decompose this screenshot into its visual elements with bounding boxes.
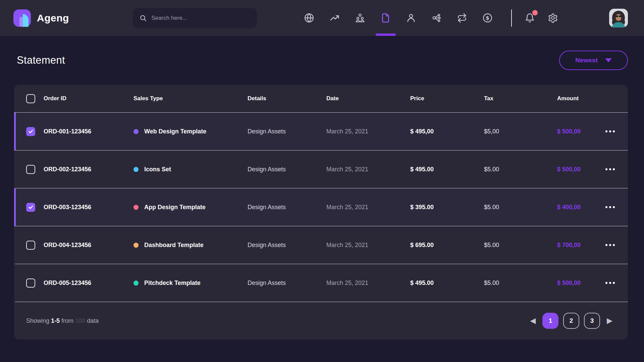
col-header-details: Details [248, 95, 326, 102]
cell-price: $ 495,00 [410, 128, 484, 135]
col-header-amount: Amount [541, 95, 605, 102]
gear-icon [548, 13, 558, 23]
cell-details: Design Assets [248, 166, 326, 173]
cell-sales-type: Dashboard Template [133, 242, 248, 249]
top-navbar: Ageng [0, 0, 644, 36]
globe-icon [304, 13, 314, 23]
row-actions-button[interactable] [605, 128, 615, 134]
row-actions-button[interactable] [605, 204, 615, 210]
table-body: ORD-001-123456 Web Design Template Desig… [14, 113, 628, 302]
notifications-button[interactable] [525, 13, 535, 23]
nav-item-transactions[interactable] [449, 0, 475, 36]
col-header-order-id: Order ID [44, 95, 133, 102]
cell-details: Design Assets [248, 280, 326, 287]
select-all-checkbox[interactable] [26, 94, 35, 103]
table-footer: Showing 1-5 from 100 data ◀ 123 ▶ [14, 302, 628, 340]
showing-summary: Showing 1-5 from 100 data [26, 317, 99, 324]
cell-order-id: ORD-005-123456 [44, 280, 133, 287]
cell-amount: $ 400,00 [541, 204, 605, 211]
row-checkbox[interactable] [26, 241, 35, 250]
settings-button[interactable] [548, 13, 558, 23]
col-header-date: Date [326, 95, 410, 102]
cell-order-id: ORD-004-123456 [44, 242, 133, 249]
row-checkbox[interactable] [26, 165, 35, 174]
nav-item-profile[interactable] [398, 0, 424, 36]
pagination-page-1[interactable]: 1 [542, 313, 558, 329]
sales-type-label: Web Design Template [144, 128, 206, 135]
table-row: ORD-004-123456 Dashboard Template Design… [14, 226, 628, 264]
document-icon [380, 13, 391, 23]
pagination-pages: 123 [542, 313, 600, 329]
svg-text:$: $ [486, 15, 489, 21]
user-avatar[interactable] [609, 9, 628, 27]
cell-details: Design Assets [248, 242, 326, 249]
nav-item-trending[interactable] [322, 0, 347, 36]
cell-details: Design Assets [248, 204, 326, 211]
sales-type-dot [133, 205, 139, 210]
navbar-divider [511, 9, 512, 27]
main-nav: $ [297, 0, 500, 36]
team-icon [355, 13, 365, 23]
pagination-next-button[interactable]: ▶ [605, 316, 614, 326]
sales-type-dot [133, 167, 139, 172]
row-actions-button[interactable] [605, 242, 615, 248]
sales-type-label: Pitchdeck Template [144, 280, 201, 287]
search-input[interactable] [151, 15, 250, 21]
table-row: ORD-005-123456 Pitchdeck Template Design… [14, 264, 628, 302]
cell-tax: $5.00 [484, 242, 541, 249]
row-checkbox[interactable] [26, 127, 35, 136]
cell-amount: $ 700,00 [541, 242, 605, 249]
sales-type-dot [133, 129, 139, 134]
pagination-page-3[interactable]: 3 [584, 313, 600, 329]
cell-date: March 25, 2021 [326, 280, 410, 287]
cell-price: $ 495.00 [410, 280, 484, 287]
nav-item-globe[interactable] [297, 0, 322, 36]
cell-order-id: ORD-002-123456 [44, 166, 133, 173]
sales-type-label: Dashboard Template [144, 242, 204, 249]
cell-order-id: ORD-001-123456 [44, 128, 133, 135]
user-icon [406, 13, 416, 23]
nav-item-share[interactable] [424, 0, 449, 36]
nav-item-statement[interactable] [373, 0, 398, 36]
col-header-tax: Tax [484, 95, 541, 102]
cell-sales-type: App Design Template [133, 204, 248, 211]
showing-total: 100 [75, 317, 85, 324]
row-checkbox[interactable] [26, 279, 35, 288]
ageng-logo-icon [13, 9, 31, 27]
cell-tax: $5.00 [484, 280, 541, 287]
row-actions-button[interactable] [605, 166, 615, 172]
sales-type-label: App Design Template [144, 204, 206, 211]
notification-dot [532, 10, 538, 15]
cell-tax: $5.00 [484, 166, 541, 173]
trending-up-icon [329, 13, 340, 23]
cell-date: March 25, 2021 [326, 204, 410, 211]
cell-date: March 25, 2021 [326, 128, 410, 135]
pagination: ◀ 123 ▶ [528, 313, 614, 329]
sales-type-label: Icons Set [144, 166, 171, 173]
cell-price: $ 495.00 [410, 166, 484, 173]
cell-amount: $ 500,00 [541, 166, 605, 173]
cell-date: March 25, 2021 [326, 242, 410, 249]
nav-item-team[interactable] [347, 0, 373, 36]
search-box[interactable] [133, 8, 257, 28]
nav-item-earnings[interactable]: $ [475, 0, 500, 36]
cell-price: $ 395.00 [410, 204, 484, 211]
avatar-image [609, 9, 628, 27]
main-content: Statement Newest Order ID Sales Type Det… [0, 49, 644, 340]
sales-type-dot [133, 281, 139, 286]
chevron-down-icon [605, 58, 612, 62]
pagination-prev-button[interactable]: ◀ [528, 316, 538, 326]
brand-name: Ageng [37, 12, 69, 24]
row-actions-button[interactable] [605, 280, 615, 286]
dollar-coin-icon: $ [482, 13, 493, 23]
sort-dropdown-button[interactable]: Newest [559, 51, 628, 70]
table-row: ORD-002-123456 Icons Set Design Assets M… [14, 150, 628, 188]
statement-table-card: Order ID Sales Type Details Date Price T… [14, 85, 628, 340]
pagination-page-2[interactable]: 2 [563, 313, 579, 329]
sales-type-dot [133, 243, 139, 248]
brand-logo[interactable]: Ageng [13, 9, 69, 27]
cell-sales-type: Web Design Template [133, 128, 248, 135]
sort-dropdown-label: Newest [575, 57, 598, 64]
cell-price: $ 695.00 [410, 242, 484, 249]
row-checkbox[interactable] [26, 203, 35, 212]
